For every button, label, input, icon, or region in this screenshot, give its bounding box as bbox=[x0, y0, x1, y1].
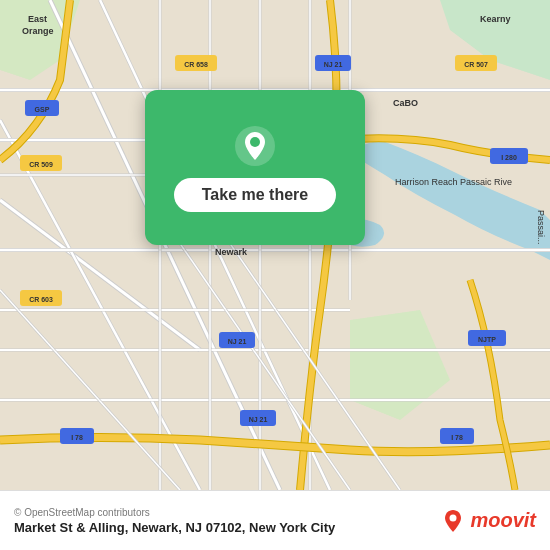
moovit-logo: moovit bbox=[440, 508, 536, 534]
svg-text:Newark: Newark bbox=[215, 247, 248, 257]
svg-text:CR 658: CR 658 bbox=[184, 61, 208, 68]
svg-text:Kearny: Kearny bbox=[480, 14, 511, 24]
bottom-bar: © OpenStreetMap contributors Market St &… bbox=[0, 490, 550, 550]
svg-point-76 bbox=[250, 137, 260, 147]
location-pin-icon bbox=[233, 124, 277, 168]
take-me-there-button[interactable]: Take me there bbox=[174, 178, 336, 212]
svg-text:CR 603: CR 603 bbox=[29, 296, 53, 303]
map-container: CR 658 CR 507 CR 508 CR 509 CR 603 I 280… bbox=[0, 0, 550, 490]
svg-text:East: East bbox=[28, 14, 47, 24]
svg-text:NJTP: NJTP bbox=[478, 336, 496, 343]
location-card: Take me there bbox=[145, 90, 365, 245]
svg-text:NJ 21: NJ 21 bbox=[228, 338, 247, 345]
svg-text:I 78: I 78 bbox=[71, 434, 83, 441]
svg-text:I 280: I 280 bbox=[501, 154, 517, 161]
svg-point-77 bbox=[450, 514, 457, 521]
svg-text:I 78: I 78 bbox=[451, 434, 463, 441]
address-text: Market St & Alling, Newark, NJ 07102, Ne… bbox=[14, 520, 335, 535]
svg-text:NJ 21: NJ 21 bbox=[324, 61, 343, 68]
bottom-info: © OpenStreetMap contributors Market St &… bbox=[14, 507, 335, 535]
svg-text:CR 507: CR 507 bbox=[464, 61, 488, 68]
svg-text:CaBO: CaBO bbox=[393, 98, 418, 108]
moovit-text: moovit bbox=[470, 509, 536, 532]
svg-text:GSP: GSP bbox=[35, 106, 50, 113]
svg-text:CR 509: CR 509 bbox=[29, 161, 53, 168]
copyright-text: © OpenStreetMap contributors bbox=[14, 507, 335, 518]
svg-text:NJ 21: NJ 21 bbox=[249, 416, 268, 423]
svg-text:Passai...: Passai... bbox=[536, 210, 546, 245]
svg-text:Harrison Reach Passaic Rive: Harrison Reach Passaic Rive bbox=[395, 177, 512, 187]
svg-text:Orange: Orange bbox=[22, 26, 54, 36]
moovit-pin-icon bbox=[440, 508, 466, 534]
